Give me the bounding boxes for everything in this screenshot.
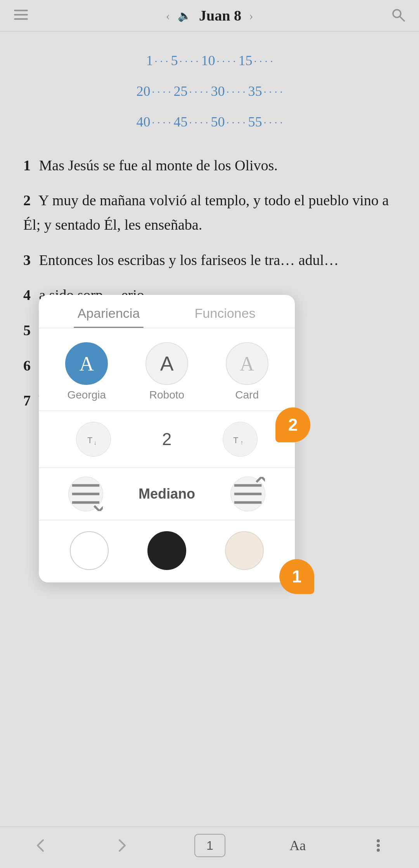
font-label-card: Card <box>235 389 259 401</box>
font-size-value: 2 <box>162 430 171 449</box>
verse-link-40[interactable]: 40 <box>137 114 151 130</box>
font-settings-label: Aa <box>289 837 306 854</box>
verse-3: 3 Entonces los escribas y los fariseos l… <box>23 248 396 272</box>
verse-link-25[interactable]: 25 <box>174 83 188 99</box>
font-options: A Georgia A Roboto A Card <box>39 328 295 411</box>
font-circle-roboto: A <box>145 342 188 385</box>
verse-num-3: 3 <box>23 252 31 268</box>
top-bar: ‹ 🔈 Juan 8 › <box>0 0 419 31</box>
font-circle-card: A <box>226 342 268 385</box>
verse-link-5[interactable]: 5 <box>171 53 178 68</box>
prev-page-button[interactable] <box>32 837 49 854</box>
appearance-panel: Apariencia Funciones A Georgia A Roboto … <box>39 295 295 582</box>
color-white-button[interactable] <box>70 531 109 570</box>
bubble-2-badge: 2 <box>275 407 310 442</box>
font-label-georgia: Georgia <box>68 389 106 401</box>
font-letter-georgia: A <box>80 352 94 375</box>
color-options <box>39 520 295 579</box>
bottom-navigation: 1 Aa <box>0 826 419 868</box>
spacing-decrease-button[interactable] <box>68 476 103 511</box>
verse-num-5: 5 <box>23 322 31 338</box>
speaker-icon[interactable]: 🔈 <box>178 9 191 22</box>
verse-link-50[interactable]: 50 <box>211 114 225 130</box>
page-number-button[interactable]: 1 <box>194 834 225 857</box>
font-settings-button[interactable]: Aa <box>289 837 306 854</box>
svg-point-15 <box>377 839 380 842</box>
prev-chapter-button[interactable]: ‹ <box>166 9 170 23</box>
font-decrease-button[interactable]: T ↓ <box>76 422 111 457</box>
next-page-button[interactable] <box>113 837 130 854</box>
next-chapter-button[interactable]: › <box>249 9 253 23</box>
svg-text:↑: ↑ <box>240 439 243 446</box>
spacing-increase-button[interactable] <box>230 476 265 511</box>
hamburger-icon[interactable] <box>14 8 28 23</box>
svg-text:T: T <box>233 435 238 445</box>
verse-navigation: 1 · · · 5 · · · · 10 · · · · 15 · · · · … <box>0 31 419 146</box>
more-options-button[interactable] <box>370 837 387 854</box>
search-icon[interactable] <box>391 8 405 23</box>
verse-link-35[interactable]: 35 <box>248 83 262 99</box>
font-label-roboto: Roboto <box>149 389 184 401</box>
verse-text-2: Y muy de mañana volvió al templo, y todo… <box>23 192 389 233</box>
font-letter-roboto: A <box>160 352 174 375</box>
bubble-1-badge: 1 <box>279 559 314 594</box>
svg-text:T: T <box>87 435 92 445</box>
spacing-controls: Mediano <box>39 468 295 520</box>
verse-num-4: 4 <box>23 287 31 303</box>
verse-nav-row-1: 1 · · · 5 · · · · 10 · · · · 15 · · · · <box>23 45 396 76</box>
verse-link-20[interactable]: 20 <box>137 83 151 99</box>
font-georgia[interactable]: A Georgia <box>65 342 108 401</box>
svg-line-4 <box>400 17 404 21</box>
chapter-title: Juan 8 <box>199 7 241 24</box>
tab-funciones[interactable]: Funciones <box>167 295 283 328</box>
panel-tabs: Apariencia Funciones <box>39 295 295 328</box>
verse-nav-row-3: 40 · · · · 45 · · · · 50 · · · · 55 · · … <box>23 107 396 137</box>
font-letter-card: A <box>240 352 255 375</box>
svg-rect-2 <box>14 18 28 20</box>
verse-link-1[interactable]: 1 <box>146 53 153 68</box>
verse-num-2: 2 <box>23 192 31 208</box>
svg-point-17 <box>377 849 380 852</box>
verse-num-1: 1 <box>23 157 31 173</box>
verse-1: 1 Mas Jesús se fue al monte de los Olivo… <box>23 153 396 178</box>
verse-link-15[interactable]: 15 <box>239 53 253 68</box>
verse-link-55[interactable]: 55 <box>248 114 262 130</box>
svg-rect-0 <box>14 10 28 11</box>
verse-link-45[interactable]: 45 <box>174 114 188 130</box>
color-black-button[interactable] <box>147 531 186 570</box>
font-card[interactable]: A Card <box>226 342 268 401</box>
verse-link-10[interactable]: 10 <box>201 53 215 68</box>
spacing-value: Mediano <box>139 486 195 502</box>
top-bar-center: ‹ 🔈 Juan 8 › <box>166 7 253 24</box>
verse-nav-row-2: 20 · · · · 25 · · · · 30 · · · · 35 · · … <box>23 76 396 107</box>
font-increase-button[interactable]: T ↑ <box>223 422 258 457</box>
size-controls: T ↓ 2 T ↑ <box>39 411 295 468</box>
verse-text-1: Mas Jesús se fue al monte de los Olivos. <box>39 157 278 173</box>
font-circle-georgia: A <box>65 342 108 385</box>
verse-link-30[interactable]: 30 <box>211 83 225 99</box>
font-roboto[interactable]: A Roboto <box>145 342 188 401</box>
verse-2: 2 Y muy de mañana volvió al templo, y to… <box>23 188 396 237</box>
color-cream-button[interactable] <box>225 531 264 570</box>
svg-rect-1 <box>14 14 28 16</box>
svg-text:↓: ↓ <box>93 439 97 446</box>
page-number: 1 <box>206 839 213 853</box>
tab-apariencia[interactable]: Apariencia <box>50 295 167 328</box>
verse-num-6: 6 <box>23 357 31 374</box>
verse-num-7: 7 <box>23 392 31 409</box>
verse-text-3: Entonces los escribas y los fariseos le … <box>39 252 339 268</box>
svg-point-16 <box>377 844 380 847</box>
